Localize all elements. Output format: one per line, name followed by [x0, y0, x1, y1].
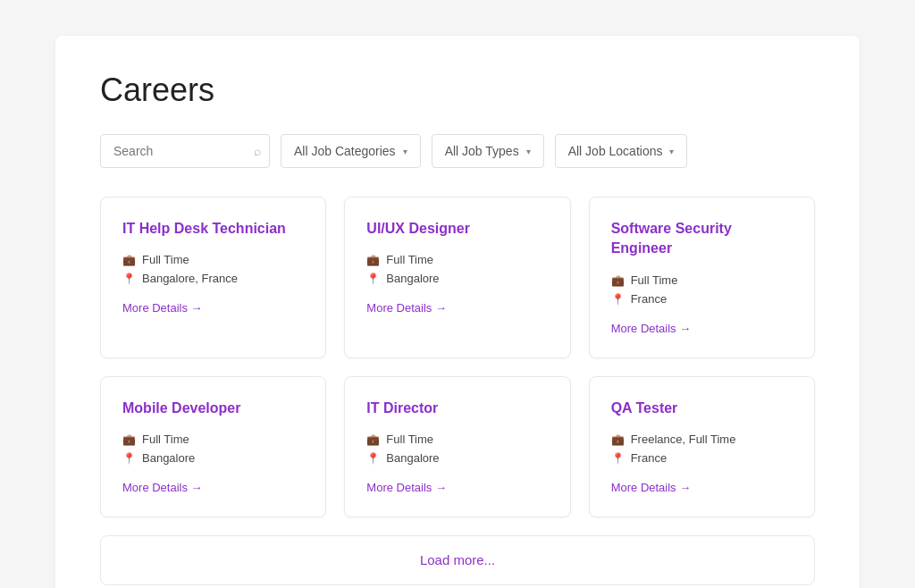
job-location: France — [631, 292, 667, 306]
job-meta: Full Time Bangalore — [122, 433, 304, 465]
job-type: Full Time — [631, 273, 678, 287]
careers-page: Careers ⌕ All Job Categories ▾ All Job T… — [55, 36, 860, 588]
job-types-label: All Job Types — [445, 144, 519, 158]
job-type: Full Time — [386, 253, 433, 266]
job-locations-label: All Job Locations — [568, 144, 663, 158]
job-categories-label: All Job Categories — [294, 144, 396, 158]
job-type-item: Full Time — [611, 273, 793, 287]
job-type-item: Full Time — [366, 253, 548, 266]
location-pin-icon — [122, 272, 136, 285]
briefcase-icon — [366, 253, 380, 266]
job-card: UI/UX Designer Full Time Bangalore More … — [344, 197, 570, 358]
job-title: Software Security Engineer — [611, 219, 793, 259]
job-title: IT Director — [366, 399, 548, 418]
job-type: Full Time — [386, 433, 433, 446]
job-meta: Freelance, Full Time France — [611, 433, 793, 465]
job-title: Mobile Developer — [122, 399, 304, 418]
job-categories-dropdown[interactable]: All Job Categories ▾ — [281, 134, 421, 168]
job-card: Mobile Developer Full Time Bangalore Mor… — [100, 376, 326, 517]
job-location-item: Bangalore, France — [122, 272, 304, 285]
load-more-container[interactable]: Load more... — [100, 535, 815, 585]
location-pin-icon — [611, 451, 625, 465]
more-details-link[interactable]: More Details → — [611, 322, 692, 335]
job-location-item: France — [611, 292, 793, 306]
jobs-grid: IT Help Desk Technician Full Time Bangal… — [100, 197, 815, 517]
job-meta: Full Time Bangalore — [366, 253, 548, 285]
job-title: UI/UX Designer — [366, 219, 548, 239]
job-card: QA Tester Freelance, Full Time France Mo… — [589, 376, 815, 517]
job-type-item: Full Time — [122, 433, 304, 446]
briefcase-icon — [366, 433, 380, 446]
briefcase-icon — [611, 433, 625, 446]
job-type-item: Full Time — [366, 433, 548, 446]
job-location-item: Bangalore — [366, 272, 548, 285]
job-location-item: Bangalore — [122, 451, 304, 465]
job-type-item: Full Time — [122, 253, 304, 266]
location-pin-icon — [366, 451, 380, 465]
load-more-button[interactable]: Load more... — [420, 552, 495, 567]
job-location-item: Bangalore — [366, 451, 548, 465]
job-location-item: France — [611, 451, 793, 465]
job-location: France — [631, 451, 667, 465]
job-type: Full Time — [142, 253, 189, 266]
job-card: IT Help Desk Technician Full Time Bangal… — [100, 197, 326, 358]
job-location: Bangalore, France — [142, 272, 238, 285]
job-location: Bangalore — [386, 272, 439, 285]
job-title: QA Tester — [611, 399, 793, 418]
briefcase-icon — [611, 273, 625, 287]
job-location: Bangalore — [386, 451, 439, 465]
search-wrapper: ⌕ — [100, 134, 270, 168]
job-title: IT Help Desk Technician — [122, 219, 304, 239]
page-title: Careers — [100, 71, 815, 109]
chevron-down-icon: ▾ — [403, 147, 407, 156]
location-pin-icon — [611, 292, 625, 306]
location-pin-icon — [366, 272, 380, 285]
job-location: Bangalore — [142, 451, 195, 465]
chevron-down-icon: ▾ — [669, 147, 674, 156]
briefcase-icon — [122, 433, 136, 446]
more-details-link[interactable]: More Details → — [366, 481, 447, 494]
job-locations-dropdown[interactable]: All Job Locations ▾ — [555, 134, 688, 168]
more-details-link[interactable]: More Details → — [122, 481, 203, 494]
job-types-dropdown[interactable]: All Job Types ▾ — [432, 134, 544, 168]
more-details-link[interactable]: More Details → — [122, 301, 203, 315]
more-details-link[interactable]: More Details → — [611, 481, 692, 494]
job-card: Software Security Engineer Full Time Fra… — [589, 197, 815, 358]
job-type: Full Time — [142, 433, 189, 446]
job-meta: Full Time Bangalore, France — [122, 253, 304, 285]
job-meta: Full Time France — [611, 273, 793, 306]
filters-row: ⌕ All Job Categories ▾ All Job Types ▾ A… — [100, 134, 815, 168]
location-pin-icon — [122, 451, 136, 465]
job-type-item: Freelance, Full Time — [611, 433, 793, 446]
job-meta: Full Time Bangalore — [366, 433, 548, 465]
search-input[interactable] — [100, 134, 270, 168]
briefcase-icon — [122, 253, 136, 266]
job-card: IT Director Full Time Bangalore More Det… — [344, 376, 570, 517]
more-details-link[interactable]: More Details → — [366, 301, 447, 315]
chevron-down-icon: ▾ — [526, 147, 531, 156]
job-type: Freelance, Full Time — [631, 433, 736, 446]
